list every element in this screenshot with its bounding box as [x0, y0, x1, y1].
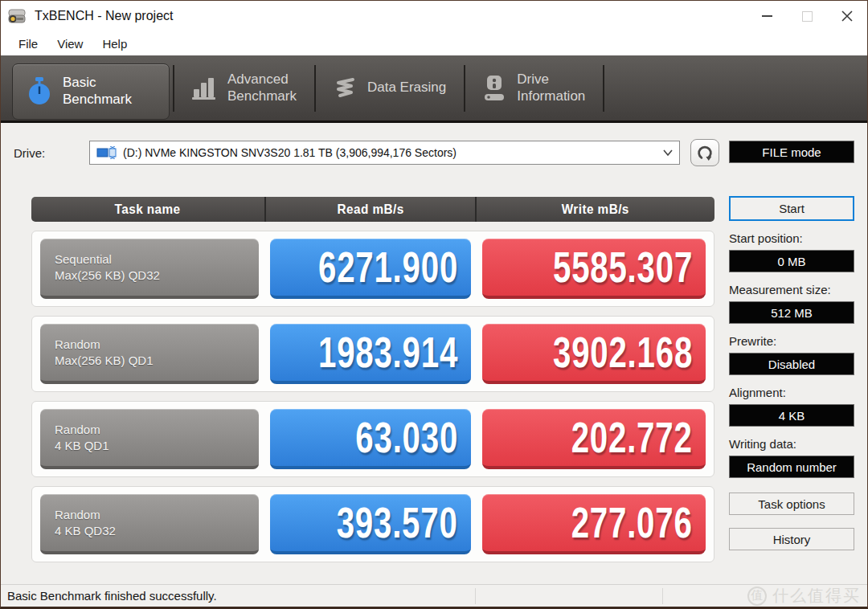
tab-separator	[173, 65, 174, 112]
bar-chart-icon	[190, 76, 218, 101]
writing-data-value[interactable]: Random number	[729, 456, 854, 478]
drive-select[interactable]: (D:) NVMe KINGSTON SNV3S20 1.81 TB (3,90…	[89, 141, 680, 165]
erase-icon	[332, 76, 358, 100]
header-label: Read mB/s	[337, 202, 403, 218]
read-value: 6271.900	[270, 239, 471, 299]
settings-panel: FILE mode Start Start position: 0 MB Mea…	[729, 123, 854, 584]
header-task-name: Task name	[31, 197, 264, 222]
read-number: 6271.900	[318, 243, 458, 292]
read-number: 393.570	[337, 498, 458, 547]
drive-row: Drive: (D:) NVMe KINGSTON SNV3S20 1.81 T…	[1, 139, 729, 166]
task-line1: Sequential	[55, 251, 259, 268]
task-line2: Max(256 KB) QD1	[55, 353, 259, 369]
task-button[interactable]: Random 4 KB QD1	[40, 409, 259, 469]
window-controls	[747, 1, 867, 31]
maximize-icon	[802, 11, 813, 22]
refresh-icon	[696, 144, 714, 161]
write-value: 202.772	[482, 409, 706, 469]
task-button[interactable]: Random 4 KB QD32	[40, 494, 259, 554]
main-content: Drive: (D:) NVMe KINGSTON SNV3S20 1.81 T…	[1, 123, 867, 584]
app-window: TxBENCH - New project File View Help	[0, 0, 868, 609]
tab-bar: Basic Benchmark Advanced Benchmark	[1, 55, 867, 123]
read-value: 393.570	[270, 494, 471, 554]
stopwatch-icon	[26, 76, 53, 107]
title-bar: TxBENCH - New project	[1, 1, 867, 31]
write-number: 202.772	[571, 413, 693, 462]
menu-file[interactable]: File	[9, 34, 47, 54]
watermark-badge: 值	[747, 587, 767, 606]
menu-help[interactable]: Help	[92, 34, 137, 54]
task-line2: 4 KB QD1	[55, 438, 259, 454]
prewrite-value[interactable]: Disabled	[729, 353, 854, 375]
start-button[interactable]: Start	[729, 196, 854, 221]
header-label: Task name	[115, 202, 181, 218]
status-bar: Basic Benchmark finished successfully. 值…	[1, 584, 867, 607]
table-row: Random 4 KB QD32 393.570 277.076	[31, 486, 714, 562]
write-value: 5585.307	[482, 239, 706, 299]
menu-view[interactable]: View	[47, 34, 92, 54]
measurement-size-value[interactable]: 512 MB	[729, 301, 854, 324]
task-button[interactable]: Random Max(256 KB) QD1	[40, 324, 259, 384]
minimize-button[interactable]	[747, 1, 787, 31]
tab-label-line1: Data Erasing	[367, 80, 446, 96]
header-label: Write mB/s	[562, 202, 629, 218]
watermark: 值 什么值得买	[747, 585, 861, 607]
tab-label-line1: Basic	[63, 75, 132, 92]
task-line1: Random	[55, 507, 259, 523]
tab-data-erasing[interactable]: Data Erasing	[319, 62, 461, 115]
file-mode-button[interactable]: FILE mode	[729, 141, 854, 163]
history-button[interactable]: History	[729, 528, 854, 550]
write-number: 5585.307	[553, 243, 693, 292]
write-number: 277.076	[571, 498, 693, 547]
status-separator	[662, 588, 663, 604]
window-title: TxBENCH - New project	[35, 9, 173, 23]
drive-info-icon	[481, 74, 507, 103]
prewrite-label: Prewrite:	[729, 334, 854, 348]
tab-separator	[314, 65, 316, 112]
refresh-drives-button[interactable]	[690, 139, 719, 166]
menu-bar: File View Help	[1, 31, 867, 55]
table-row: Random Max(256 KB) QD1 1983.914 3902.168	[31, 316, 714, 392]
read-number: 63.030	[355, 413, 458, 462]
tab-label-line2: Benchmark	[227, 88, 297, 105]
status-separator	[475, 588, 476, 604]
table-row: Sequential Max(256 KB) QD32 6271.900 558…	[31, 231, 714, 307]
tab-label: Basic Benchmark	[63, 75, 132, 108]
drive-selected-value: (D:) NVMe KINGSTON SNV3S20 1.81 TB (3,90…	[123, 146, 658, 159]
start-position-value[interactable]: 0 MB	[729, 250, 854, 272]
write-value: 277.076	[482, 494, 706, 554]
write-number: 3902.168	[553, 328, 693, 377]
benchmark-panel: Drive: (D:) NVMe KINGSTON SNV3S20 1.81 T…	[1, 123, 729, 584]
drive-label: Drive:	[1, 146, 89, 160]
task-line1: Random	[55, 337, 259, 353]
tab-label: Data Erasing	[367, 80, 446, 96]
task-line2: Max(256 KB) QD32	[55, 268, 259, 284]
maximize-button[interactable]	[787, 1, 827, 31]
task-button[interactable]: Sequential Max(256 KB) QD32	[40, 239, 259, 299]
task-options-button[interactable]: Task options	[729, 493, 854, 515]
alignment-value[interactable]: 4 KB	[729, 404, 854, 427]
table-row: Random 4 KB QD1 63.030 202.772	[31, 401, 714, 477]
minimize-icon	[762, 15, 772, 17]
tab-label-line1: Drive	[517, 72, 585, 88]
writing-data-label: Writing data:	[729, 437, 854, 451]
read-value: 63.030	[270, 409, 471, 469]
read-value: 1983.914	[270, 324, 471, 384]
start-position-label: Start position:	[729, 231, 854, 245]
watermark-text: 什么值得买	[772, 585, 861, 607]
app-icon	[7, 7, 28, 25]
tab-label: Drive Information	[517, 72, 585, 104]
tab-separator	[603, 65, 604, 112]
write-value: 3902.168	[482, 324, 706, 384]
tab-drive-information[interactable]: Drive Information	[469, 62, 600, 115]
measurement-size-label: Measurement size:	[729, 283, 854, 296]
close-button[interactable]	[827, 1, 867, 31]
task-line2: 4 KB QD32	[55, 523, 259, 539]
read-number: 1983.914	[318, 328, 458, 377]
tab-label-line1: Advanced	[227, 72, 297, 88]
disk-partition-icon	[96, 146, 117, 159]
header-write: Write mB/s	[475, 197, 714, 222]
results-table: Task name Read mB/s Write mB/s Sequentia…	[31, 197, 714, 562]
tab-advanced-benchmark[interactable]: Advanced Benchmark	[178, 62, 311, 115]
tab-basic-benchmark[interactable]: Basic Benchmark	[12, 63, 170, 120]
